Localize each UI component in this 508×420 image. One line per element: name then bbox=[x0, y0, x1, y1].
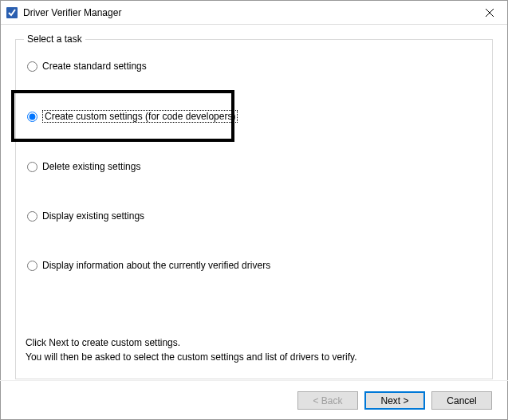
window-title: Driver Verifier Manager bbox=[23, 7, 471, 18]
option-delete-existing[interactable]: Delete existing settings bbox=[27, 161, 482, 172]
option-label: Display existing settings bbox=[42, 210, 144, 222]
groupbox-label: Select a task bbox=[24, 33, 85, 45]
cancel-button[interactable]: Cancel bbox=[431, 391, 492, 410]
option-label: Create standard settings bbox=[42, 61, 147, 72]
task-options: Create standard settings Create custom s… bbox=[26, 56, 482, 271]
wizard-content: Select a task Create standard settings C… bbox=[1, 25, 507, 379]
option-label: Create custom settings (for code develop… bbox=[42, 110, 238, 123]
close-icon bbox=[486, 9, 494, 17]
radio-create-standard[interactable] bbox=[27, 61, 37, 72]
option-create-custom[interactable]: Create custom settings (for code develop… bbox=[27, 110, 482, 123]
radio-display-info[interactable] bbox=[27, 261, 37, 271]
next-button[interactable]: Next > bbox=[364, 391, 425, 410]
wizard-button-bar: < Back Next > Cancel bbox=[0, 380, 508, 420]
instruction-line-1: Click Next to create custom settings. bbox=[26, 337, 482, 348]
back-button[interactable]: < Back bbox=[297, 391, 358, 410]
radio-display-existing[interactable] bbox=[27, 211, 37, 222]
option-display-existing[interactable]: Display existing settings bbox=[27, 210, 482, 222]
instruction-line-2: You will then be asked to select the cus… bbox=[26, 351, 482, 363]
instructions: Click Next to create custom settings. Yo… bbox=[26, 334, 482, 366]
app-icon bbox=[6, 6, 18, 19]
close-button[interactable] bbox=[471, 1, 507, 25]
option-create-standard[interactable]: Create standard settings bbox=[27, 61, 482, 72]
titlebar: Driver Verifier Manager bbox=[1, 1, 507, 25]
option-label: Delete existing settings bbox=[42, 161, 140, 172]
task-groupbox: Select a task Create standard settings C… bbox=[15, 39, 493, 379]
radio-create-custom[interactable] bbox=[27, 112, 37, 122]
option-label: Display information about the currently … bbox=[42, 260, 270, 271]
radio-delete-existing[interactable] bbox=[27, 162, 37, 172]
option-display-info[interactable]: Display information about the currently … bbox=[27, 260, 482, 271]
